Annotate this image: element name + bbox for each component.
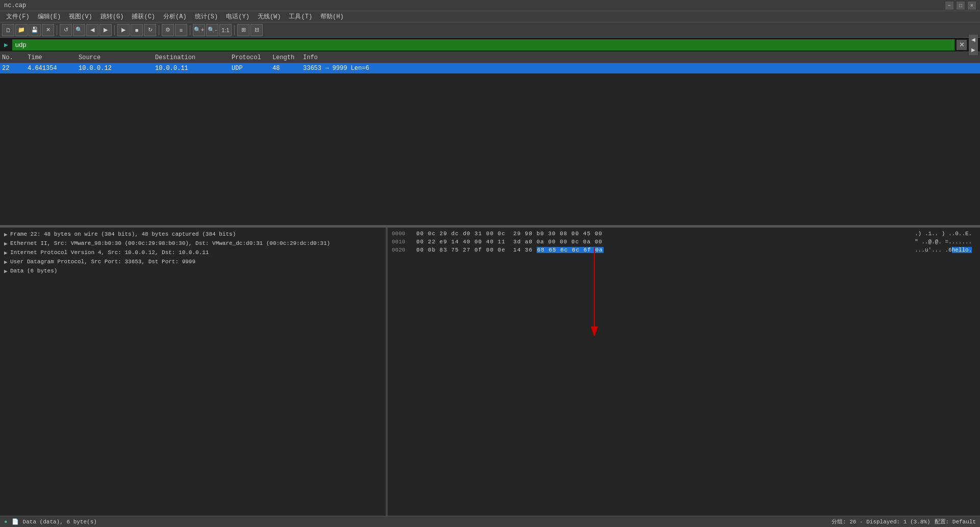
filter-clear-button[interactable]: ✕	[957, 40, 967, 50]
packet-proto: UDP	[230, 65, 270, 72]
detail-text-ethernet: Ethernet II, Src: VMware_98:b0:30 (00:0c…	[10, 240, 386, 246]
menu-file[interactable]: 文件(F)	[2, 11, 34, 22]
toolbar-expand[interactable]: ⊞	[237, 24, 249, 36]
detail-arrow-udp: ▶	[4, 259, 10, 265]
toolbar-forward[interactable]: ▶	[99, 24, 112, 36]
toolbar-new[interactable]: 🗋	[2, 24, 14, 36]
status-packet-count: 分组: 26 · Displayed: 1 (3.8%)	[832, 518, 931, 525]
col-header-no: No.	[0, 54, 26, 61]
detail-text-data: Data (6 bytes)	[10, 268, 386, 274]
menu-help[interactable]: 帮助(H)	[316, 11, 348, 22]
col-header-info: Info	[301, 54, 980, 61]
title-bar-title: nc.cap	[4, 2, 26, 9]
hex-bytes-1: 00 22 e9 14 40 00 40 11 3d a0 0a 00 00 0…	[416, 239, 911, 245]
detail-arrow-frame: ▶	[4, 231, 10, 238]
hex-offset-1: 0010	[392, 239, 412, 245]
toolbar-capture-restart[interactable]: ↻	[144, 24, 156, 36]
detail-text-udp: User Datagram Protocol, Src Port: 33653,…	[10, 259, 386, 265]
toolbar-collapse[interactable]: ⊟	[250, 24, 263, 36]
toolbar-sep1	[57, 25, 57, 35]
toolbar: 🗋 📁 💾 ✕ ↺ 🔍 ◀ ▶ ▶ ■ ↻ ⚙ ≡ 🔍+ 🔍- 1:1 ⊞ ⊟	[0, 22, 980, 38]
hex-ascii-1: " ..@.@. =.......	[915, 239, 976, 245]
toolbar-save[interactable]: 💾	[29, 24, 41, 36]
menu-goto[interactable]: 跳转(G)	[96, 11, 128, 22]
status-right: 分组: 26 · Displayed: 1 (3.8%) 配置: Default	[832, 518, 976, 525]
filter-icon: ▶	[2, 41, 10, 49]
filter-arrows: ◀ ▶	[969, 35, 978, 55]
status-bar: ● 📄 Data (data), 6 byte(s) 分组: 26 · Disp…	[0, 516, 980, 527]
status-profile: 配置: Default	[935, 518, 976, 525]
filter-bar: ▶ ✕ ◀ ▶	[0, 38, 980, 52]
menu-stats[interactable]: 统计(S)	[191, 11, 222, 22]
toolbar-capture-stop[interactable]: ■	[131, 24, 143, 36]
col-header-destination: Destination	[153, 54, 230, 61]
packet-list: No. Time Source Destination Protocol Len…	[0, 52, 980, 225]
filter-next-button[interactable]: ▶	[969, 45, 978, 55]
packet-len: 48	[270, 65, 301, 72]
packet-no: 22	[0, 65, 26, 72]
detail-text-ip: Internet Protocol Version 4, Src: 10.0.0…	[10, 249, 386, 256]
menu-bar: 文件(F) 编辑(E) 视图(V) 跳转(G) 捕获(C) 分析(A) 统计(S…	[0, 11, 980, 22]
toolbar-zoom-reset[interactable]: 1:1	[219, 24, 232, 36]
detail-row-frame[interactable]: ▶ Frame 22: 48 bytes on wire (384 bits),…	[0, 230, 386, 239]
toolbar-reload[interactable]: ↺	[60, 24, 72, 36]
menu-analyze[interactable]: 分析(A)	[159, 11, 191, 22]
col-header-protocol: Protocol	[230, 54, 270, 61]
packet-time: 4.641354	[26, 65, 77, 72]
detail-arrow-data: ▶	[4, 268, 10, 274]
filter-input[interactable]	[12, 39, 954, 51]
toolbar-sep2	[114, 25, 115, 35]
toolbar-interfaces[interactable]: ≡	[175, 24, 187, 36]
menu-capture[interactable]: 捕获(C)	[128, 11, 159, 22]
col-header-time: Time	[26, 54, 77, 61]
toolbar-back[interactable]: ◀	[86, 24, 98, 36]
hex-offset-2: 0020	[392, 247, 412, 253]
detail-row-ethernet[interactable]: ▶ Ethernet II, Src: VMware_98:b0:30 (00:…	[0, 239, 386, 248]
status-file-icon: 📄	[12, 518, 19, 525]
menu-view[interactable]: 视图(V)	[65, 11, 96, 22]
hex-bytes-2: 00 0b 83 75 27 0f 00 0e 14 36 68 65 6c 6…	[416, 247, 911, 253]
status-data-info: Data (data), 6 byte(s)	[23, 519, 97, 525]
packet-detail: ▶ Frame 22: 48 bytes on wire (384 bits),…	[0, 228, 388, 518]
toolbar-options[interactable]: ⚙	[162, 24, 174, 36]
menu-phone[interactable]: 电话(Y)	[222, 11, 254, 22]
close-button[interactable]: ×	[968, 2, 976, 10]
lower-section: ▶ Frame 22: 48 bytes on wire (384 bits),…	[0, 228, 980, 518]
packet-dst: 10.0.0.11	[153, 65, 230, 72]
hex-bytes-0: 00 0c 29 dc d0 31 00 0c 29 98 b0 30 08 0…	[416, 231, 911, 237]
filter-prev-button[interactable]: ◀	[969, 35, 978, 45]
maximize-button[interactable]: □	[957, 2, 965, 10]
status-ready-icon: ●	[4, 519, 8, 525]
hex-highlight-bytes: 68 65 6c 6c 6f 0a	[537, 247, 604, 253]
detail-row-udp[interactable]: ▶ User Datagram Protocol, Src Port: 3365…	[0, 257, 386, 266]
toolbar-search[interactable]: 🔍	[73, 24, 85, 36]
minimize-button[interactable]: −	[945, 2, 953, 10]
toolbar-zoom-in[interactable]: 🔍+	[193, 24, 205, 36]
hex-view: 0000 00 0c 29 dc d0 31 00 0c 29 98 b0 30…	[388, 228, 980, 518]
hex-offset-0: 0000	[392, 231, 412, 237]
toolbar-open[interactable]: 📁	[15, 24, 28, 36]
detail-row-data[interactable]: ▶ Data (6 bytes)	[0, 266, 386, 275]
toolbar-capture-start[interactable]: ▶	[117, 24, 130, 36]
detail-text-frame: Frame 22: 48 bytes on wire (384 bits), 4…	[10, 231, 386, 237]
toolbar-close[interactable]: ✕	[42, 24, 54, 36]
hex-row-0000: 0000 00 0c 29 dc d0 31 00 0c 29 98 b0 30…	[392, 230, 976, 238]
title-bar: nc.cap − □ ×	[0, 0, 980, 11]
title-bar-controls: − □ ×	[945, 2, 976, 10]
packet-row[interactable]: 22 4.641354 10.0.0.12 10.0.0.11 UDP 48 3…	[0, 63, 980, 73]
menu-edit[interactable]: 编辑(E)	[34, 11, 65, 22]
hex-highlight-ascii: hello.	[952, 247, 972, 253]
col-header-length: Length	[270, 54, 301, 61]
menu-wireless[interactable]: 无线(W)	[254, 11, 285, 22]
hex-row-0010: 0010 00 22 e9 14 40 00 40 11 3d a0 0a 00…	[392, 238, 976, 246]
packet-list-header: No. Time Source Destination Protocol Len…	[0, 52, 980, 63]
col-header-source: Source	[77, 54, 153, 61]
menu-tools[interactable]: 工具(T)	[285, 11, 316, 22]
packet-info: 33653 → 9999 Len=6	[301, 65, 980, 72]
detail-row-ip[interactable]: ▶ Internet Protocol Version 4, Src: 10.0…	[0, 248, 386, 257]
toolbar-sep3	[159, 25, 159, 35]
hex-ascii-2: ...u'... .6hello.	[915, 247, 976, 253]
toolbar-zoom-out[interactable]: 🔍-	[206, 24, 218, 36]
detail-arrow-ip: ▶	[4, 249, 10, 256]
hex-ascii-0: .) .1.. ) ..0..E.	[915, 231, 976, 237]
